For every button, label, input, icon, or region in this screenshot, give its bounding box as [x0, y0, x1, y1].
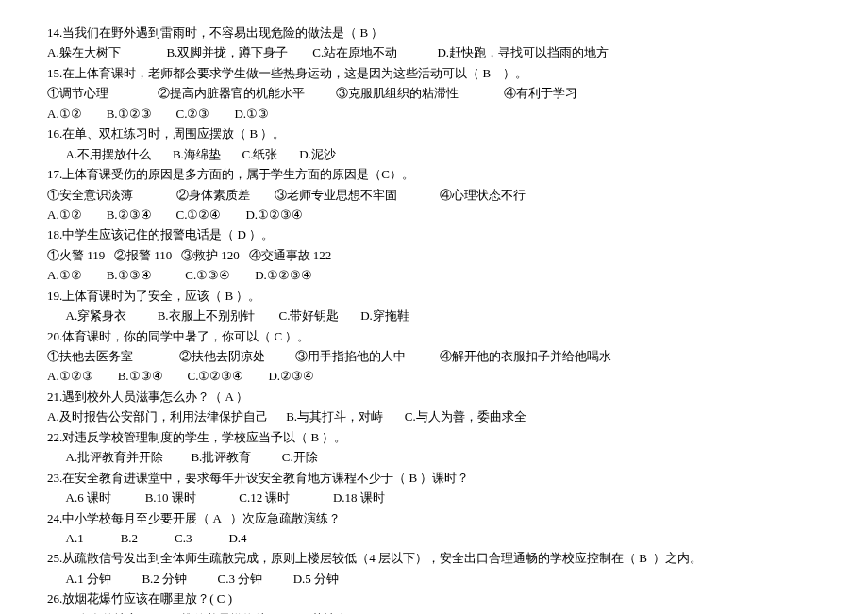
text-line: 19.上体育课时为了安全，应该（ B ）。 [47, 286, 821, 306]
text-line: ①扶他去医务室 ②扶他去阴凉处 ③用手指掐他的人中 ④解开他的衣服扣子并给他喝水 [47, 346, 821, 366]
text-line: A.①②③ B.①③④ C.①②③④ D.②③④ [47, 366, 821, 386]
text-line: ①调节心理 ②提高内脏器官的机能水平 ③克服肌组织的粘滞性 ④有利于学习 [47, 83, 821, 103]
text-line: 21.遇到校外人员滋事怎么办？（ A ） [47, 387, 821, 407]
text-line: ①安全意识淡薄 ②身体素质差 ③老师专业思想不牢固 ④心理状态不行 [47, 185, 821, 205]
text-line: A.①② B.②③④ C.①②④ D.①②③④ [47, 205, 821, 224]
text-line: 18.中学生应该记住的报警电话是（ D ）。 [47, 224, 821, 244]
text-line: 15.在上体育课时，老师都会要求学生做一些热身运动，这是因为这些活动可以（ B … [47, 63, 821, 83]
text-line: A.①② B.①③④ C.①③④ D.①②③④ [47, 265, 821, 285]
text-line: A.躲在大树下 B.双脚并拢，蹲下身子 C.站在原地不动 D.赶快跑，寻找可以挡… [47, 42, 821, 62]
text-line: 20.体育课时，你的同学中暑了，你可以（ C ）。 [47, 326, 821, 346]
text-line: A.6 课时 B.10 课时 C.12 课时 D.18 课时 [47, 488, 821, 507]
text-line: 22.对违反学校管理制度的学生，学校应当予以（ B ）。 [47, 427, 821, 447]
text-line: A.穿紧身衣 B.衣服上不别别针 C.带好钥匙 D.穿拖鞋 [47, 306, 821, 325]
text-line: 23.在安全教育进课堂中，要求每年开设安全教育地方课程不少于（ B ）课时？ [47, 468, 821, 488]
text-line: 16.在单、双杠练习时，周围应摆放（ B ）。 [47, 124, 821, 143]
text-line: A.1 分钟 B.2 分钟 C.3 分钟 D.5 分钟 [47, 569, 821, 589]
text-line: A.不用摆放什么 B.海绵垫 C.纸张 D.泥沙 [47, 144, 821, 164]
text-line: ①火警 119 ②报警 110 ③救护 120 ④交通事故 122 [47, 245, 821, 265]
text-line: 25.从疏散信号发出到全体师生疏散完成，原则上楼层较低（4 层以下），安全出口合… [47, 548, 821, 568]
text-line: 24.中小学校每月至少要开展（ A ）次应急疏散演练？ [47, 508, 821, 528]
text-line: 17.上体育课受伤的原因是多方面的，属于学生方面的原因是（C）。 [47, 164, 821, 184]
document-body: 14.当我们在野外遇到雷雨时，不容易出现危险的做法是（ B ）A.躲在大树下 B… [47, 23, 821, 614]
text-line: A.人多的地方 B.堆放着易燃物处 C.草地上 [47, 609, 821, 614]
text-line: 26.放烟花爆竹应该在哪里放？( C ) [47, 589, 821, 608]
text-line: A.1 B.2 C.3 D.4 [47, 528, 821, 548]
text-line: A.批评教育并开除 B.批评教育 C.开除 [47, 447, 821, 467]
text-line: 14.当我们在野外遇到雷雨时，不容易出现危险的做法是（ B ） [47, 23, 821, 42]
text-line: A.①② B.①②③ C.②③ D.①③ [47, 104, 821, 124]
text-line: A.及时报告公安部门，利用法律保护自己 B.与其打斗，对峙 C.与人为善，委曲求… [47, 407, 821, 426]
